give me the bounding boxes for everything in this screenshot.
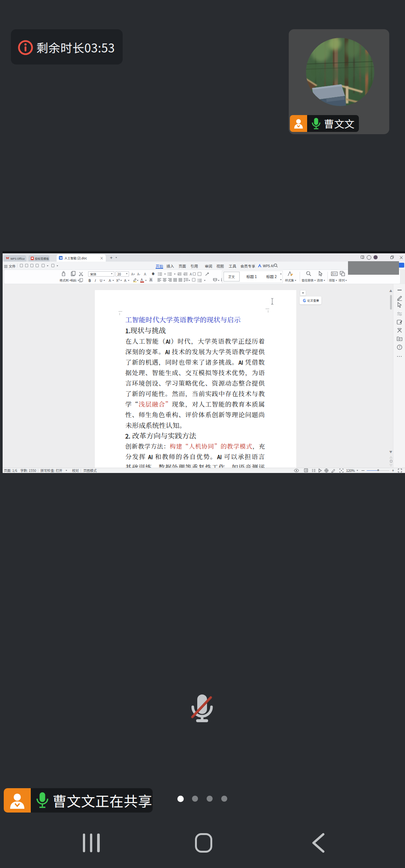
- svg-text:?: ?: [399, 345, 400, 349]
